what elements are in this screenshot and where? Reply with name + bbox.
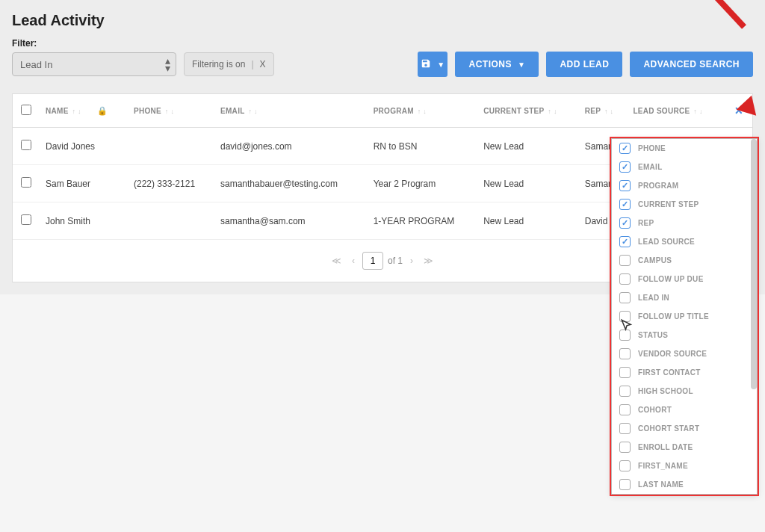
col-current-step[interactable]: CURRENT STEP ↑ ↓ <box>477 94 579 128</box>
column-option[interactable]: COHORT <box>612 400 757 419</box>
col-name[interactable]: NAME ↑ ↓ 🔒 <box>40 94 128 128</box>
column-option-label: CURRENT STEP <box>638 200 699 208</box>
row-checkbox[interactable] <box>21 140 31 150</box>
cell-phone: (222) 333-2121 <box>128 165 214 202</box>
column-option[interactable]: FOLLOW UP TITLE <box>612 307 757 326</box>
checkbox-icon[interactable] <box>619 479 631 490</box>
col-rep-label: REP <box>585 107 601 115</box>
cell-program: 1-YEAR PROGRAM <box>368 202 478 240</box>
close-icon: ✕ <box>734 105 743 117</box>
column-option[interactable]: REP <box>612 214 757 232</box>
col-program[interactable]: PROGRAM ↑ ↓ <box>368 94 478 128</box>
col-lead-source[interactable]: LEAD SOURCE ↑ ↓ <box>627 94 723 128</box>
sort-icon: ↑ ↓ <box>247 108 258 115</box>
column-option[interactable]: LEAD SOURCE <box>612 232 757 251</box>
column-option-label: STATUS <box>638 331 668 339</box>
select-all-checkbox[interactable] <box>21 105 31 115</box>
filtering-pill: Filtering is on | X <box>184 52 274 76</box>
col-phone-label: PHONE <box>134 107 161 115</box>
cell-phone <box>128 202 214 240</box>
cell-name: Sam Bauer <box>40 165 128 202</box>
page-next-button[interactable]: › <box>407 254 416 267</box>
column-option-label: COHORT START <box>638 424 699 433</box>
checkbox-icon[interactable] <box>619 423 631 434</box>
checkbox-icon[interactable] <box>619 311 631 322</box>
checkbox-icon[interactable] <box>619 442 631 453</box>
cell-name: David Jones <box>40 128 128 165</box>
cell-program: Year 2 Program <box>368 165 478 202</box>
column-picker-menu[interactable]: PHONEEMAILPROGRAMCURRENT STEPREPLEAD SOU… <box>611 138 758 495</box>
column-option-label: LEAD IN <box>638 294 669 302</box>
column-option-label: HIGH SCHOOL <box>638 387 693 395</box>
col-phone[interactable]: PHONE ↑ ↓ <box>128 94 214 128</box>
header-select-all[interactable] <box>13 94 40 128</box>
cell-email: samantha@sam.com <box>214 202 368 240</box>
sort-icon: ↑ ↓ <box>70 108 81 115</box>
column-picker-toggle[interactable]: ✕ <box>724 94 752 128</box>
page-input[interactable] <box>362 252 383 270</box>
checkbox-icon[interactable] <box>619 255 631 266</box>
sort-icon: ↑ ↓ <box>602 108 613 115</box>
column-option[interactable]: FOLLOW UP DUE <box>612 270 757 288</box>
checkbox-icon[interactable] <box>619 386 631 397</box>
filter-select[interactable]: Lead In ▴▾ <box>12 52 176 76</box>
column-option[interactable]: STATUS <box>612 326 757 344</box>
sort-icon: ↑ ↓ <box>163 108 174 115</box>
column-option[interactable]: FIRST CONTACT <box>612 363 757 382</box>
col-rep[interactable]: REP ↑ ↓ <box>579 94 628 128</box>
checkbox-icon[interactable] <box>619 143 631 154</box>
checkbox-icon[interactable] <box>619 460 631 471</box>
col-email[interactable]: EMAIL ↑ ↓ <box>214 94 368 128</box>
page-first-button[interactable]: ≪ <box>329 254 344 267</box>
checkbox-icon[interactable] <box>619 180 631 191</box>
column-option[interactable]: LAST NAME <box>612 475 757 494</box>
filtering-text: Filtering is on <box>192 59 245 69</box>
col-currentstep-label: CURRENT STEP <box>483 107 544 115</box>
column-option[interactable]: LEAD IN <box>612 288 757 307</box>
add-lead-button[interactable]: ADD LEAD <box>546 52 622 77</box>
checkbox-icon[interactable] <box>619 199 631 210</box>
checkbox-icon[interactable] <box>619 236 631 247</box>
save-icon <box>421 58 431 71</box>
row-checkbox[interactable] <box>21 177 31 188</box>
toolbar: Lead In ▴▾ Filtering is on | X ▼ ACTIONS… <box>12 52 753 77</box>
column-option[interactable]: CURRENT STEP <box>612 195 757 214</box>
page-prev-button[interactable]: ‹ <box>349 254 358 267</box>
column-option[interactable]: CAMPUS <box>612 251 757 270</box>
advanced-search-button[interactable]: ADVANCED SEARCH <box>630 52 753 77</box>
checkbox-icon[interactable] <box>619 161 631 173</box>
table-header-row: NAME ↑ ↓ 🔒 PHONE ↑ ↓ EMAIL ↑ ↓ PROGRAM ↑… <box>13 94 752 128</box>
col-leadsource-label: LEAD SOURCE <box>633 107 690 115</box>
column-option[interactable]: PROGRAM <box>612 176 757 195</box>
checkbox-icon[interactable] <box>619 273 631 285</box>
checkbox-icon[interactable] <box>619 292 631 303</box>
filter-select-button[interactable]: Lead In <box>12 52 176 76</box>
column-option-label: VENDOR SOURCE <box>638 350 707 358</box>
checkbox-icon[interactable] <box>619 367 631 378</box>
save-menu-button[interactable]: ▼ <box>418 52 447 77</box>
checkbox-icon[interactable] <box>619 330 631 341</box>
scrollbar-thumb[interactable] <box>751 139 757 389</box>
column-option[interactable]: HIGH SCHOOL <box>612 382 757 400</box>
row-checkbox[interactable] <box>21 214 31 225</box>
column-option-label: ENROLL DATE <box>638 443 693 451</box>
column-option[interactable]: ENROLL DATE <box>612 438 757 457</box>
column-option[interactable]: FIRST_NAME <box>612 457 757 475</box>
column-option[interactable]: PHONE <box>612 139 757 158</box>
cell-email: samanthabauer@testing.com <box>214 165 368 202</box>
column-option-label: PHONE <box>638 144 666 152</box>
column-option-label: LAST NAME <box>638 480 684 489</box>
filtering-close-button[interactable]: X <box>260 59 266 69</box>
column-option[interactable]: EMAIL <box>612 158 757 176</box>
cell-current-step: New Lead <box>477 165 579 202</box>
actions-button[interactable]: ACTIONS ▼ <box>455 52 539 77</box>
column-option[interactable]: VENDOR SOURCE <box>612 344 757 363</box>
caret-down-icon: ▼ <box>518 61 525 69</box>
page-last-button[interactable]: ≫ <box>421 254 436 267</box>
column-option-label: LEAD SOURCE <box>638 238 695 246</box>
cell-name: John Smith <box>40 202 128 240</box>
checkbox-icon[interactable] <box>619 404 631 415</box>
checkbox-icon[interactable] <box>619 217 631 229</box>
column-option[interactable]: COHORT START <box>612 419 757 438</box>
checkbox-icon[interactable] <box>619 348 631 359</box>
